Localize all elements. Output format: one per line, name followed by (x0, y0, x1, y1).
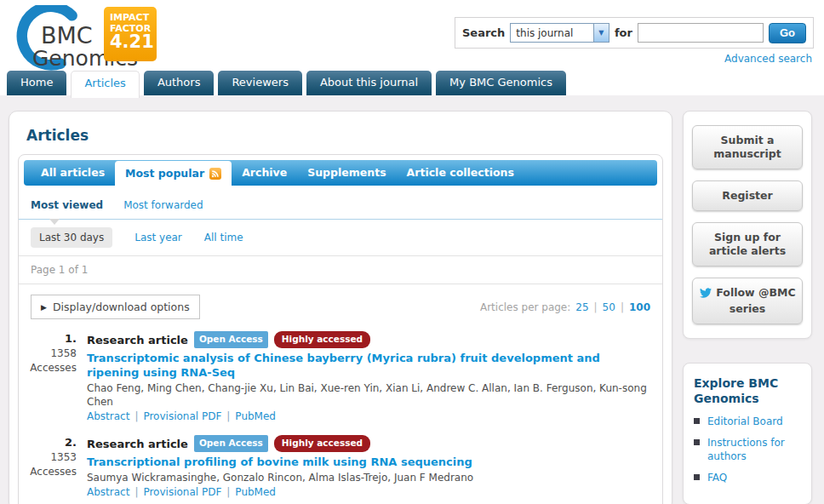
advanced-search-link[interactable]: Advanced search (724, 53, 812, 65)
timetab-all-time[interactable]: All time (204, 232, 243, 243)
follow-bmc-button[interactable]: Follow @BMC series (692, 278, 803, 324)
abstract-link[interactable]: Abstract (87, 486, 129, 498)
separator: | (594, 301, 598, 313)
active-tab-pointer-icon (49, 219, 60, 225)
article-type: Research article (87, 437, 188, 451)
timetab-last-30-days[interactable]: Last 30 days (31, 227, 112, 248)
list-item: Editorial Board (694, 415, 801, 428)
per-page-50-link[interactable]: 50 (603, 301, 615, 313)
display-download-options-label: Display/download options (53, 301, 190, 313)
tab-articles[interactable]: Articles (71, 71, 139, 98)
articles-content-box: Articles All articles Most popular Archi… (9, 111, 672, 504)
pubmed-link[interactable]: PubMed (235, 486, 276, 498)
bullet-icon (694, 418, 700, 424)
articles-per-page: Articles per page: 25 | 50 | 100 (480, 301, 650, 313)
explore-box: Explore BMC Genomics Editorial Board Ins… (683, 363, 812, 504)
subtab-all-articles[interactable]: All articles (31, 160, 115, 186)
subtab-archive[interactable]: Archive (232, 160, 297, 186)
per-page-100-link[interactable]: 100 (629, 301, 650, 313)
impact-factor-value: 4.21 (110, 37, 157, 48)
viewtab-most-forwarded[interactable]: Most forwarded (123, 199, 203, 211)
rss-icon[interactable] (209, 168, 221, 180)
search-panel: Search this journal ▼ for Go (455, 17, 814, 49)
article-title-link[interactable]: Transcriptomic analysis of Chinese baybe… (87, 351, 652, 380)
article-accesses-count: 1353 (19, 451, 77, 464)
viewtab-most-viewed[interactable]: Most viewed (31, 199, 103, 211)
provisional-pdf-link[interactable]: Provisional PDF (143, 410, 221, 422)
per-page-25-link[interactable]: 25 (575, 301, 588, 313)
article-number: 1. (19, 331, 77, 346)
article-body: Research article Open Access Highly acce… (87, 435, 652, 498)
bullet-icon (694, 439, 700, 445)
display-download-options-button[interactable]: ▶ Display/download options (31, 295, 200, 319)
top-navigation: Home Articles Authors Reviewers About th… (7, 71, 566, 95)
search-input[interactable] (638, 23, 764, 43)
list-item: FAQ (694, 471, 801, 484)
chevron-down-icon[interactable]: ▼ (593, 24, 609, 42)
separator: | (226, 486, 230, 498)
articles-per-page-label: Articles per page: (480, 301, 570, 313)
articles-subtab-bar: All articles Most popular Archive Supple… (24, 160, 657, 186)
article-accesses-label: Accesses (19, 466, 77, 478)
page-title: Articles (26, 127, 663, 144)
article-type-line: Research article Open Access Highly acce… (87, 435, 652, 452)
open-access-badge: Open Access (194, 331, 268, 348)
impact-factor-badge: IMPACT FACTOR 4.21 (104, 7, 157, 61)
article-authors: Chao Feng, Ming Chen, Chang-jie Xu, Lin … (87, 381, 652, 409)
right-sidebar: Submit a manuscript Register Sign up for… (683, 111, 812, 504)
pubmed-link[interactable]: PubMed (235, 410, 276, 422)
article-number: 2. (19, 435, 77, 450)
options-row: ▶ Display/download options Articles per … (19, 284, 662, 329)
abstract-link[interactable]: Abstract (87, 410, 129, 422)
editorial-board-link[interactable]: Editorial Board (707, 415, 783, 428)
article-type-line: Research article Open Access Highly acce… (87, 331, 652, 348)
search-go-button[interactable]: Go (769, 23, 806, 43)
article-alerts-button[interactable]: Sign up for article alerts (692, 222, 803, 266)
subtab-most-popular-label: Most popular (125, 161, 204, 186)
search-label: Search (462, 26, 505, 39)
main-layout: Articles All articles Most popular Archi… (0, 95, 824, 504)
article-links-row: Abstract | Provisional PDF | PubMed (87, 410, 652, 422)
search-scope-select[interactable]: this journal ▼ (510, 23, 609, 43)
tab-my-bmc-genomics[interactable]: My BMC Genomics (436, 71, 566, 95)
tab-authors[interactable]: Authors (144, 71, 215, 95)
page-header: BMC Genomics IMPACT FACTOR 4.21 Search t… (0, 0, 824, 95)
search-scope-value: this journal (511, 27, 573, 39)
separator: | (134, 410, 138, 422)
article-links-row: Abstract | Provisional PDF | PubMed (87, 486, 652, 498)
provisional-pdf-link[interactable]: Provisional PDF (143, 486, 221, 498)
subtab-supplements[interactable]: Supplements (297, 160, 396, 186)
explore-title: Explore BMC Genomics (694, 375, 801, 406)
article-title-link[interactable]: Transcriptional profiling of bovine milk… (87, 455, 652, 469)
article-body: Research article Open Access Highly acce… (87, 331, 652, 422)
instructions-for-authors-link[interactable]: Instructions for authors (707, 436, 801, 463)
disclosure-arrow-icon: ▶ (41, 303, 47, 312)
article-authors: Saumya Wickramasinghe, Gonzalo Rincon, A… (87, 471, 652, 484)
tab-reviewers[interactable]: Reviewers (218, 71, 302, 95)
articles-list: 1. 1358 Accesses Research article Open A… (19, 329, 662, 504)
sidebar-actions-box: Submit a manuscript Register Sign up for… (683, 111, 812, 339)
tab-about-this-journal[interactable]: About this journal (306, 71, 432, 95)
subtab-article-collections[interactable]: Article collections (397, 160, 524, 186)
tab-home[interactable]: Home (7, 71, 66, 95)
view-tabs-row: Most viewed Most forwarded (19, 191, 662, 220)
register-button[interactable]: Register (692, 180, 803, 211)
articles-panel: All articles Most popular Archive Supple… (18, 154, 663, 504)
article-accesses-count: 1358 (19, 347, 77, 360)
submit-manuscript-button[interactable]: Submit a manuscript (692, 125, 803, 169)
page-info: Page 1 of 1 (19, 256, 662, 284)
timetab-last-year[interactable]: Last year (134, 232, 182, 243)
separator: | (134, 486, 138, 498)
article-list-item: 2. 1353 Accesses Research article Open A… (19, 435, 652, 498)
highly-accessed-badge: Highly accessed (274, 435, 370, 452)
subtab-most-popular[interactable]: Most popular (115, 161, 232, 186)
article-meta-column: 1. 1358 Accesses (19, 331, 87, 422)
twitter-icon (699, 287, 712, 302)
logo-text-bmc: BMC (41, 22, 93, 49)
article-list-item: 1. 1358 Accesses Research article Open A… (19, 331, 652, 422)
follow-bmc-label: Follow @BMC series (716, 286, 795, 315)
separator: | (226, 410, 230, 422)
faq-link[interactable]: FAQ (707, 471, 727, 484)
article-accesses-label: Accesses (19, 362, 77, 375)
open-access-badge: Open Access (194, 435, 268, 452)
